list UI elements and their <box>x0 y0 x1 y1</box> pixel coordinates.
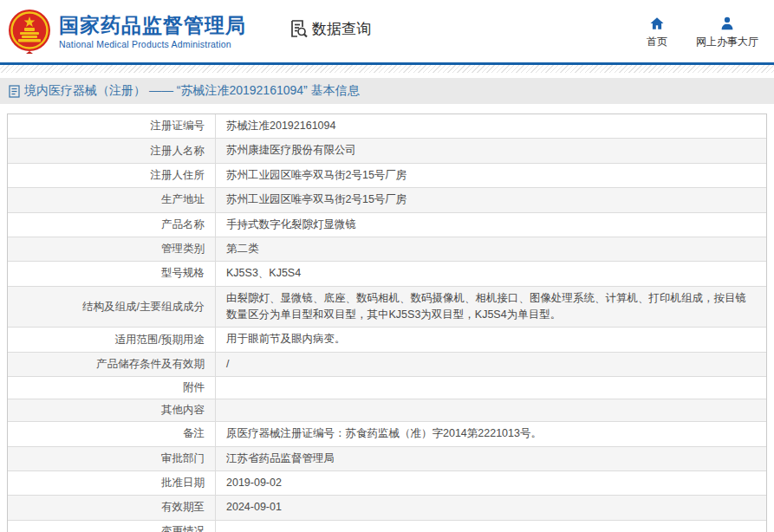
table-row: 其他内容 <box>8 399 766 422</box>
table-row: 型号规格KJ5S3、KJ5S4 <box>8 262 766 286</box>
row-value: 苏州康捷医疗股份有限公司 <box>216 139 766 162</box>
row-label: 批准日期 <box>8 471 216 495</box>
row-value: / <box>216 353 766 376</box>
row-label: 变更情况 <box>8 521 216 532</box>
nav-home-label: 首页 <box>647 35 667 49</box>
header: 国家药品监督管理局 National Medical Products Admi… <box>0 0 774 62</box>
row-label-text: 生产地址 <box>161 192 205 207</box>
row-label-text: 结构及组成/主要组成成分 <box>82 300 205 315</box>
nav-item-service-hall[interactable]: 网上办事大厅 <box>696 16 758 49</box>
table-row: 产品储存条件及有效期/ <box>8 353 766 377</box>
org-title-block: 国家药品监督管理局 National Medical Products Admi… <box>59 14 246 49</box>
row-value <box>216 377 766 399</box>
row-label-text: 管理类别 <box>161 242 205 256</box>
row-label: 产品名称 <box>8 213 216 237</box>
row-label: 适用范围/预期用途 <box>8 328 216 351</box>
row-label: 注册人住所 <box>8 164 216 187</box>
row-label-text: 变更情况 <box>161 524 205 532</box>
row-label-text: 注册证编号 <box>151 119 205 133</box>
table-row: 生产地址苏州工业园区唯亭双马街2号15号厂房 <box>8 188 766 212</box>
table-row: 备注原医疗器械注册证编号：苏食药监械（准）字2014第2221013号。 <box>8 422 766 446</box>
header-nav: 首页 网上办事大厅 <box>642 16 758 49</box>
row-value: 苏州工业园区唯亭双马街2号15号厂房 <box>216 164 766 187</box>
row-label-text: 注册人住所 <box>151 168 205 183</box>
row-label: 生产地址 <box>8 188 216 211</box>
page-title: 境内医疗器械（注册） —— “苏械注准20192161094” 基本信息 <box>24 83 360 99</box>
table-row: 批准日期2019-09-02 <box>8 471 766 496</box>
hatch-strip <box>0 65 774 73</box>
row-value: 2019-09-02 <box>216 471 766 495</box>
row-value: 原医疗器械注册证编号：苏食药监械（准）字2014第2221013号。 <box>216 422 766 445</box>
table-row: 产品名称手持式数字化裂隙灯显微镜 <box>8 213 766 237</box>
table-row: 结构及组成/主要组成成分由裂隙灯、显微镜、底座、数码相机、数码摄像机、相机接口、… <box>8 287 766 328</box>
row-value: 2024-09-01 <box>216 496 766 519</box>
data-query-label: 数据查询 <box>312 19 371 39</box>
registration-table-body: 注册证编号苏械注准20192161094注册人名称苏州康捷医疗股份有限公司注册人… <box>8 114 766 532</box>
table-row: 适用范围/预期用途用于眼前节及眼内病变。 <box>8 328 766 352</box>
row-label-text: 审批部门 <box>161 451 205 466</box>
row-label-text: 注册人名称 <box>151 144 205 159</box>
org-name-zh: 国家药品监督管理局 <box>59 14 246 36</box>
row-value: 第二类 <box>216 237 766 261</box>
table-row: 注册人住所苏州工业园区唯亭双马街2号15号厂房 <box>8 164 766 188</box>
row-label-text: 产品储存条件及有效期 <box>96 357 205 372</box>
breadcrumb-bar: 境内医疗器械（注册） —— “苏械注准20192161094” 基本信息 <box>0 78 774 104</box>
person-icon <box>719 16 735 31</box>
registration-table: 注册证编号苏械注准20192161094注册人名称苏州康捷医疗股份有限公司注册人… <box>7 114 767 532</box>
row-label-text: 附件 <box>183 380 205 395</box>
row-value <box>216 521 766 532</box>
row-value: 苏械注准20192161094 <box>216 114 766 138</box>
row-label: 产品储存条件及有效期 <box>8 353 216 376</box>
emblem-icon <box>7 9 52 54</box>
row-label-text: 产品名称 <box>161 217 205 232</box>
row-label: 有效期至 <box>8 496 216 519</box>
row-value: 由裂隙灯、显微镜、底座、数码相机、数码摄像机、相机接口、图像处理系统、计算机、打… <box>216 287 766 328</box>
row-value <box>216 399 766 421</box>
row-label: 附件 <box>8 377 216 399</box>
row-value: KJ5S3、KJ5S4 <box>216 262 766 285</box>
table-row: 变更情况 <box>8 521 766 532</box>
data-query-section[interactable]: 数据查询 <box>288 18 371 39</box>
table-row: 注册人名称苏州康捷医疗股份有限公司 <box>8 139 766 163</box>
home-icon <box>649 16 665 31</box>
row-label-text: 适用范围/预期用途 <box>115 333 205 347</box>
table-row: 注册证编号苏械注准20192161094 <box>8 114 766 139</box>
row-value: 手持式数字化裂隙灯显微镜 <box>216 213 766 237</box>
table-row: 有效期至2024-09-01 <box>8 496 766 520</box>
row-label: 结构及组成/主要组成成分 <box>8 287 216 328</box>
national-emblem-logo <box>7 9 52 54</box>
row-label-text: 备注 <box>183 426 205 441</box>
row-label-text: 其他内容 <box>161 403 205 418</box>
org-name-en: National Medical Products Administration <box>59 39 246 49</box>
row-label-text: 批准日期 <box>161 476 205 490</box>
row-label: 审批部门 <box>8 447 216 470</box>
row-value: 江苏省药品监督管理局 <box>216 447 766 470</box>
nav-item-home[interactable]: 首页 <box>642 16 672 49</box>
row-label: 注册人名称 <box>8 139 216 162</box>
document-search-icon <box>288 18 309 39</box>
table-row: 审批部门江苏省药品监督管理局 <box>8 447 766 471</box>
table-row: 管理类别第二类 <box>8 237 766 262</box>
nav-service-hall-label: 网上办事大厅 <box>696 35 758 49</box>
row-label: 管理类别 <box>8 237 216 261</box>
row-label: 型号规格 <box>8 262 216 285</box>
table-row: 附件 <box>8 377 766 399</box>
row-label: 注册证编号 <box>8 114 216 138</box>
row-label-text: 有效期至 <box>161 500 205 515</box>
row-label: 备注 <box>8 422 216 445</box>
row-value: 苏州工业园区唯亭双马街2号15号厂房 <box>216 188 766 211</box>
page-icon <box>9 85 20 98</box>
row-label: 其他内容 <box>8 399 216 421</box>
row-label-text: 型号规格 <box>161 266 205 281</box>
row-value: 用于眼前节及眼内病变。 <box>216 328 766 351</box>
